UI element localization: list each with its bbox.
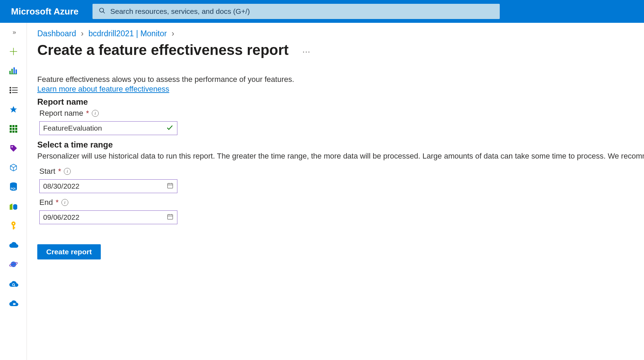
report-name-input-wrap [39, 121, 177, 135]
sidebar-tags[interactable] [0, 142, 27, 154]
plus-icon [9, 47, 18, 56]
svg-line-1 [103, 12, 105, 13]
svg-point-9 [10, 87, 11, 88]
calendar-icon[interactable] [167, 182, 174, 190]
section-report-name: Report name [37, 97, 644, 107]
svg-rect-33 [13, 227, 15, 228]
svg-rect-5 [11, 69, 13, 74]
svg-rect-22 [10, 131, 12, 133]
main-content: Dashboard › bcdrdrill2021 | Monitor › Cr… [27, 23, 644, 360]
end-date-label: End * i [39, 198, 644, 207]
svg-rect-42 [168, 215, 173, 219]
required-indicator: * [86, 109, 89, 118]
chevron-right-icon: › [81, 29, 84, 38]
search-icon [99, 7, 106, 16]
end-date-input[interactable] [43, 213, 167, 221]
time-range-description: Personalizer will use historical data to… [37, 152, 644, 161]
sidebar-resource-groups[interactable] [0, 162, 27, 173]
required-indicator: * [58, 167, 61, 176]
svg-point-25 [11, 146, 13, 148]
global-search[interactable] [92, 4, 500, 19]
expand-sidebar-button[interactable]: » [0, 26, 27, 38]
more-actions-button[interactable]: ··· [302, 47, 310, 56]
start-date-label: Start * i [39, 167, 644, 176]
brand-label: Microsoft Azure [11, 6, 79, 17]
sidebar-search-service[interactable] [0, 278, 27, 290]
svg-rect-24 [15, 131, 17, 133]
svg-rect-4 [9, 71, 11, 74]
chevron-right-icon: › [172, 29, 174, 38]
grid-icon [10, 125, 17, 133]
sidebar-data-factory[interactable] [0, 200, 27, 212]
cloud-arrow-icon [9, 299, 18, 307]
start-date-input-wrap [39, 179, 177, 193]
section-time-range: Select a time range [37, 140, 644, 150]
cloud-search-icon [9, 280, 18, 287]
breadcrumb: Dashboard › bcdrdrill2021 | Monitor › [37, 29, 644, 38]
end-date-input-wrap [39, 210, 177, 224]
learn-more-link[interactable]: Learn more about feature effectiveness [37, 85, 169, 94]
star-icon [9, 105, 18, 114]
sql-icon: SQL [9, 182, 18, 191]
info-icon[interactable]: i [64, 168, 71, 175]
svg-rect-21 [15, 128, 17, 130]
page-description: Feature effectiveness alows you to asses… [37, 75, 644, 84]
required-indicator: * [56, 198, 59, 207]
list-icon [9, 87, 18, 94]
valid-check-icon [166, 124, 174, 133]
sidebar-aad[interactable] [0, 239, 27, 251]
sidebar-key-vault[interactable] [0, 220, 27, 231]
sidebar-create-resource[interactable] [0, 46, 27, 57]
planet-icon [9, 260, 18, 269]
svg-text:SQL: SQL [10, 187, 16, 190]
breadcrumb-dashboard[interactable]: Dashboard [37, 29, 76, 38]
info-icon[interactable]: i [92, 110, 99, 117]
start-date-input[interactable] [43, 182, 167, 190]
sidebar-dashboard[interactable] [0, 65, 27, 77]
svg-rect-8 [9, 74, 17, 74]
svg-point-11 [10, 90, 11, 91]
svg-marker-15 [10, 106, 17, 113]
svg-rect-19 [10, 128, 12, 130]
info-icon[interactable]: i [61, 199, 68, 206]
sidebar-app-services[interactable] [0, 123, 27, 135]
sidebar-sql-database[interactable]: SQL [0, 181, 27, 193]
svg-rect-18 [15, 125, 17, 127]
cube-icon [9, 163, 18, 172]
svg-rect-23 [12, 131, 14, 133]
calendar-icon[interactable] [167, 213, 174, 221]
sidebar-favorites[interactable] [0, 104, 27, 115]
svg-rect-16 [10, 125, 12, 127]
tag-icon [9, 144, 18, 152]
page-title: Create a feature effectiveness report [37, 42, 289, 58]
svg-rect-7 [16, 69, 17, 74]
svg-point-31 [13, 223, 14, 224]
top-bar: Microsoft Azure [0, 0, 644, 23]
svg-point-0 [99, 8, 104, 12]
dashboard-icon [9, 67, 18, 74]
label-text: Start [39, 167, 55, 176]
key-icon [10, 221, 17, 230]
sidebar-logic-apps[interactable] [0, 297, 27, 309]
sidebar-rail: » [0, 23, 27, 360]
svg-point-13 [10, 92, 11, 93]
cloud-icon [9, 241, 18, 248]
svg-rect-20 [12, 128, 14, 130]
create-report-button[interactable]: Create report [37, 244, 101, 259]
svg-rect-17 [12, 125, 14, 127]
sidebar-cosmos[interactable] [0, 258, 27, 270]
label-text: Report name [39, 109, 83, 118]
report-name-input[interactable] [43, 124, 166, 132]
sidebar-all-services[interactable] [0, 84, 27, 96]
svg-rect-6 [13, 67, 15, 74]
label-text: End [39, 198, 53, 207]
breadcrumb-monitor[interactable]: bcdrdrill2021 | Monitor [88, 29, 167, 38]
svg-rect-38 [168, 183, 173, 188]
report-name-label: Report name * i [39, 109, 644, 118]
factory-icon [9, 202, 18, 210]
chevron-right-icon: » [12, 29, 14, 36]
search-input[interactable] [110, 7, 494, 16]
